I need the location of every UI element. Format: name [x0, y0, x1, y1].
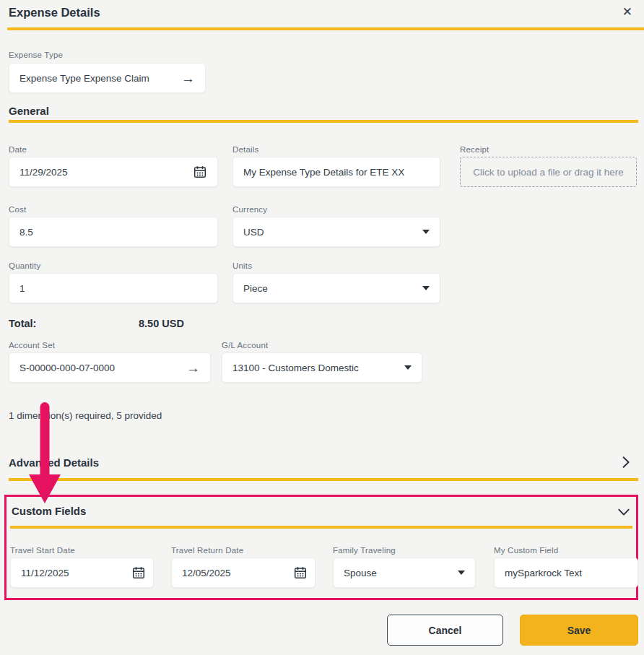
section-title-custom-fields[interactable]: Custom Fields	[12, 505, 86, 517]
quantity-field[interactable]: 1	[9, 273, 218, 303]
units-select[interactable]: Piece	[232, 273, 440, 303]
cancel-button[interactable]: Cancel	[387, 615, 503, 646]
date-label: Date	[9, 145, 27, 154]
cost-label: Cost	[9, 205, 26, 214]
calendar-icon[interactable]	[293, 565, 308, 580]
my-custom-field-label: My Custom Field	[494, 546, 558, 555]
chevron-down-icon[interactable]	[404, 365, 412, 370]
custom-divider	[10, 526, 632, 529]
my-custom-field-value: mySparkrock Text	[505, 568, 627, 578]
general-divider	[9, 120, 638, 123]
date-value: 11/29/2025	[19, 167, 193, 178]
quantity-label: Quantity	[9, 261, 40, 270]
travel-return-date-field[interactable]: 12/05/2025	[171, 558, 316, 588]
expense-type-field[interactable]: Expense Type Expense Claim →	[9, 63, 206, 93]
cost-value: 8.5	[19, 227, 207, 238]
receipt-placeholder: Click to upload a file or drag it here	[473, 167, 624, 178]
currency-value: USD	[243, 227, 422, 238]
account-set-field[interactable]: S-00000-000-07-0000 →	[9, 352, 211, 383]
date-field[interactable]: 11/29/2025	[9, 157, 218, 187]
gl-account-label: G/L Account	[222, 341, 268, 350]
calendar-icon[interactable]	[193, 165, 207, 179]
total-value: 8.50 USD	[139, 318, 184, 329]
details-field[interactable]: My Expense Type Details for ETE XX	[232, 157, 440, 187]
account-set-label: Account Set	[9, 341, 55, 350]
close-icon[interactable]: ✕	[622, 6, 632, 18]
advanced-divider	[9, 478, 638, 481]
travel-start-date-label: Travel Start Date	[10, 546, 75, 555]
chevron-down-icon[interactable]	[422, 230, 430, 234]
receipt-label: Receipt	[460, 145, 489, 154]
gl-account-select[interactable]: 13100 - Customers Domestic	[222, 352, 422, 383]
details-label: Details	[232, 145, 259, 154]
family-traveling-select[interactable]: Spouse	[333, 558, 476, 588]
chevron-right-icon[interactable]	[619, 456, 632, 469]
units-label: Units	[232, 261, 252, 270]
receipt-upload-dropzone[interactable]: Click to upload a file or drag it here	[460, 157, 637, 187]
details-value: My Expense Type Details for ETE XX	[243, 167, 430, 178]
dimensions-note: 1 dimension(s) required, 5 provided	[9, 410, 162, 421]
account-set-value: S-00000-000-07-0000	[19, 363, 186, 373]
save-button-label: Save	[567, 625, 591, 636]
units-value: Piece	[243, 283, 422, 294]
quantity-value: 1	[19, 283, 207, 294]
chevron-down-icon[interactable]	[458, 571, 465, 575]
header-divider	[7, 27, 644, 30]
travel-return-date-value: 12/05/2025	[182, 568, 293, 578]
arrow-right-icon[interactable]: →	[186, 361, 200, 375]
section-title-advanced-details[interactable]: Advanced Details	[9, 456, 99, 469]
chevron-down-icon[interactable]	[422, 286, 430, 290]
family-traveling-value: Spouse	[344, 568, 458, 578]
currency-label: Currency	[232, 205, 267, 214]
travel-start-date-value: 11/12/2025	[21, 568, 131, 578]
travel-start-date-field[interactable]: 11/12/2025	[10, 558, 154, 588]
total-label: Total:	[9, 318, 36, 329]
arrow-right-icon[interactable]: →	[181, 71, 195, 85]
cancel-button-label: Cancel	[429, 625, 462, 636]
expense-type-label: Expense Type	[9, 51, 63, 59]
cost-field[interactable]: 8.5	[9, 217, 218, 247]
my-custom-field-input[interactable]: mySparkrock Text	[494, 558, 638, 588]
gl-account-value: 13100 - Customers Domestic	[232, 363, 404, 373]
family-traveling-label: Family Traveling	[333, 546, 396, 555]
save-button[interactable]: Save	[520, 615, 638, 646]
expense-type-value: Expense Type Expense Claim	[19, 73, 181, 84]
chevron-down-icon[interactable]	[617, 506, 631, 519]
travel-return-date-label: Travel Return Date	[171, 546, 243, 555]
page-title: Expense Details	[9, 6, 100, 19]
section-title-general: General	[9, 105, 49, 117]
calendar-icon[interactable]	[131, 565, 146, 580]
currency-select[interactable]: USD	[232, 217, 440, 247]
